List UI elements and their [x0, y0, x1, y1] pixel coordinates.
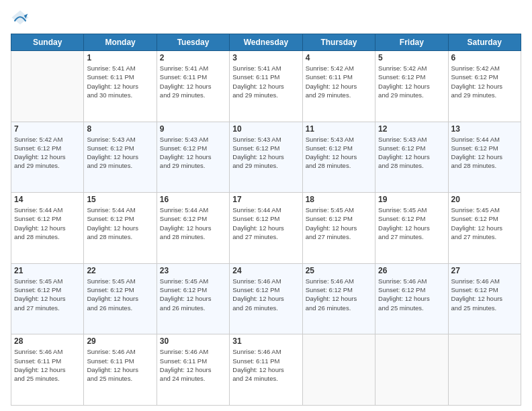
day-number: 25	[306, 266, 372, 275]
day-header-tuesday: Tuesday	[157, 34, 229, 51]
day-info: Sunrise: 5:45 AMSunset: 6:12 PMDaylight:…	[306, 205, 372, 241]
calendar-cell	[11, 51, 84, 122]
day-header-saturday: Saturday	[448, 34, 521, 51]
calendar-cell: 11Sunrise: 5:43 AMSunset: 6:12 PMDayligh…	[302, 122, 375, 193]
day-info: Sunrise: 5:43 AMSunset: 6:12 PMDaylight:…	[232, 135, 299, 171]
day-info: Sunrise: 5:46 AMSunset: 6:11 PMDaylight:…	[232, 347, 299, 383]
calendar-cell: 17Sunrise: 5:44 AMSunset: 6:12 PMDayligh…	[230, 193, 302, 264]
day-info: Sunrise: 5:42 AMSunset: 6:12 PMDaylight:…	[451, 64, 518, 99]
day-number: 17	[232, 195, 299, 204]
calendar-week-3: 21Sunrise: 5:45 AMSunset: 6:12 PMDayligh…	[11, 263, 521, 334]
day-number: 21	[14, 266, 81, 275]
calendar-week-0: 1Sunrise: 5:41 AMSunset: 6:11 PMDaylight…	[11, 51, 521, 122]
day-info: Sunrise: 5:43 AMSunset: 6:12 PMDaylight:…	[306, 135, 372, 171]
calendar: SundayMondayTuesdayWednesdayThursdayFrid…	[11, 34, 521, 406]
day-number: 4	[306, 53, 372, 62]
day-info: Sunrise: 5:44 AMSunset: 6:12 PMDaylight:…	[451, 135, 518, 171]
day-number: 8	[87, 124, 153, 134]
day-info: Sunrise: 5:45 AMSunset: 6:12 PMDaylight:…	[14, 277, 81, 312]
day-number: 3	[232, 53, 299, 62]
calendar-cell: 10Sunrise: 5:43 AMSunset: 6:12 PMDayligh…	[230, 122, 302, 193]
calendar-cell: 16Sunrise: 5:44 AMSunset: 6:12 PMDayligh…	[157, 193, 229, 264]
day-info: Sunrise: 5:45 AMSunset: 6:12 PMDaylight:…	[451, 205, 518, 241]
day-number: 6	[451, 53, 518, 62]
day-number: 28	[14, 336, 81, 346]
day-number: 30	[160, 336, 226, 346]
calendar-cell: 22Sunrise: 5:45 AMSunset: 6:12 PMDayligh…	[84, 263, 157, 334]
day-number: 5	[378, 53, 445, 62]
calendar-cell: 6Sunrise: 5:42 AMSunset: 6:12 PMDaylight…	[448, 51, 521, 122]
calendar-cell: 5Sunrise: 5:42 AMSunset: 6:12 PMDaylight…	[375, 51, 448, 122]
day-number: 2	[160, 53, 226, 62]
calendar-cell: 31Sunrise: 5:46 AMSunset: 6:11 PMDayligh…	[230, 334, 302, 406]
day-info: Sunrise: 5:43 AMSunset: 6:12 PMDaylight:…	[378, 135, 445, 171]
day-info: Sunrise: 5:46 AMSunset: 6:12 PMDaylight:…	[306, 277, 372, 312]
day-number: 29	[87, 336, 153, 346]
calendar-cell: 14Sunrise: 5:44 AMSunset: 6:12 PMDayligh…	[11, 193, 84, 264]
day-info: Sunrise: 5:46 AMSunset: 6:12 PMDaylight:…	[451, 277, 518, 312]
day-number: 26	[378, 266, 445, 275]
calendar-header: SundayMondayTuesdayWednesdayThursdayFrid…	[11, 34, 521, 51]
day-info: Sunrise: 5:41 AMSunset: 6:11 PMDaylight:…	[160, 64, 226, 99]
calendar-cell: 3Sunrise: 5:41 AMSunset: 6:11 PMDaylight…	[230, 51, 302, 122]
day-info: Sunrise: 5:43 AMSunset: 6:12 PMDaylight:…	[87, 135, 153, 171]
calendar-cell: 25Sunrise: 5:46 AMSunset: 6:12 PMDayligh…	[302, 263, 375, 334]
day-header-sunday: Sunday	[11, 34, 84, 51]
day-number: 22	[87, 266, 153, 275]
day-info: Sunrise: 5:44 AMSunset: 6:12 PMDaylight:…	[232, 205, 299, 241]
calendar-cell: 26Sunrise: 5:46 AMSunset: 6:12 PMDayligh…	[375, 263, 448, 334]
day-info: Sunrise: 5:41 AMSunset: 6:11 PMDaylight:…	[87, 64, 153, 99]
calendar-week-1: 7Sunrise: 5:42 AMSunset: 6:12 PMDaylight…	[11, 122, 521, 193]
day-number: 16	[160, 195, 226, 204]
day-number: 11	[306, 124, 372, 134]
header	[11, 8, 521, 27]
calendar-cell: 9Sunrise: 5:43 AMSunset: 6:12 PMDaylight…	[157, 122, 229, 193]
day-number: 23	[160, 266, 226, 275]
calendar-cell: 19Sunrise: 5:45 AMSunset: 6:12 PMDayligh…	[375, 193, 448, 264]
calendar-cell	[302, 334, 375, 406]
calendar-cell: 18Sunrise: 5:45 AMSunset: 6:12 PMDayligh…	[302, 193, 375, 264]
calendar-week-2: 14Sunrise: 5:44 AMSunset: 6:12 PMDayligh…	[11, 193, 521, 264]
day-number: 18	[306, 195, 372, 204]
day-info: Sunrise: 5:46 AMSunset: 6:11 PMDaylight:…	[160, 347, 226, 383]
day-number: 19	[378, 195, 445, 204]
day-info: Sunrise: 5:44 AMSunset: 6:12 PMDaylight:…	[160, 205, 226, 241]
day-header-wednesday: Wednesday	[230, 34, 302, 51]
day-number: 13	[451, 124, 518, 134]
day-number: 12	[378, 124, 445, 134]
day-number: 14	[14, 195, 81, 204]
calendar-week-4: 28Sunrise: 5:46 AMSunset: 6:11 PMDayligh…	[11, 334, 521, 406]
calendar-cell	[375, 334, 448, 406]
calendar-cell: 7Sunrise: 5:42 AMSunset: 6:12 PMDaylight…	[11, 122, 84, 193]
day-info: Sunrise: 5:45 AMSunset: 6:12 PMDaylight:…	[87, 277, 153, 312]
day-info: Sunrise: 5:43 AMSunset: 6:12 PMDaylight:…	[160, 135, 226, 171]
day-info: Sunrise: 5:46 AMSunset: 6:12 PMDaylight:…	[378, 277, 445, 312]
day-info: Sunrise: 5:46 AMSunset: 6:12 PMDaylight:…	[232, 277, 299, 312]
calendar-cell: 23Sunrise: 5:45 AMSunset: 6:12 PMDayligh…	[157, 263, 229, 334]
calendar-cell: 4Sunrise: 5:42 AMSunset: 6:11 PMDaylight…	[302, 51, 375, 122]
logo-icon	[11, 8, 30, 27]
day-info: Sunrise: 5:42 AMSunset: 6:11 PMDaylight:…	[306, 64, 372, 99]
day-number: 15	[87, 195, 153, 204]
calendar-cell: 29Sunrise: 5:46 AMSunset: 6:11 PMDayligh…	[84, 334, 157, 406]
calendar-cell: 30Sunrise: 5:46 AMSunset: 6:11 PMDayligh…	[157, 334, 229, 406]
calendar-body: 1Sunrise: 5:41 AMSunset: 6:11 PMDaylight…	[11, 51, 521, 406]
day-info: Sunrise: 5:42 AMSunset: 6:12 PMDaylight:…	[14, 135, 81, 171]
calendar-cell: 27Sunrise: 5:46 AMSunset: 6:12 PMDayligh…	[448, 263, 521, 334]
day-number: 27	[451, 266, 518, 275]
day-info: Sunrise: 5:44 AMSunset: 6:12 PMDaylight:…	[87, 205, 153, 241]
day-info: Sunrise: 5:45 AMSunset: 6:12 PMDaylight:…	[160, 277, 226, 312]
day-info: Sunrise: 5:46 AMSunset: 6:11 PMDaylight:…	[14, 347, 81, 383]
calendar-cell: 15Sunrise: 5:44 AMSunset: 6:12 PMDayligh…	[84, 193, 157, 264]
day-info: Sunrise: 5:44 AMSunset: 6:12 PMDaylight:…	[14, 205, 81, 241]
calendar-cell: 8Sunrise: 5:43 AMSunset: 6:12 PMDaylight…	[84, 122, 157, 193]
day-info: Sunrise: 5:46 AMSunset: 6:11 PMDaylight:…	[87, 347, 153, 383]
day-number: 31	[232, 336, 299, 346]
day-number: 1	[87, 53, 153, 62]
day-header-thursday: Thursday	[302, 34, 375, 51]
day-number: 20	[451, 195, 518, 204]
calendar-cell: 12Sunrise: 5:43 AMSunset: 6:12 PMDayligh…	[375, 122, 448, 193]
logo	[11, 8, 32, 27]
day-header-friday: Friday	[375, 34, 448, 51]
day-number: 24	[232, 266, 299, 275]
